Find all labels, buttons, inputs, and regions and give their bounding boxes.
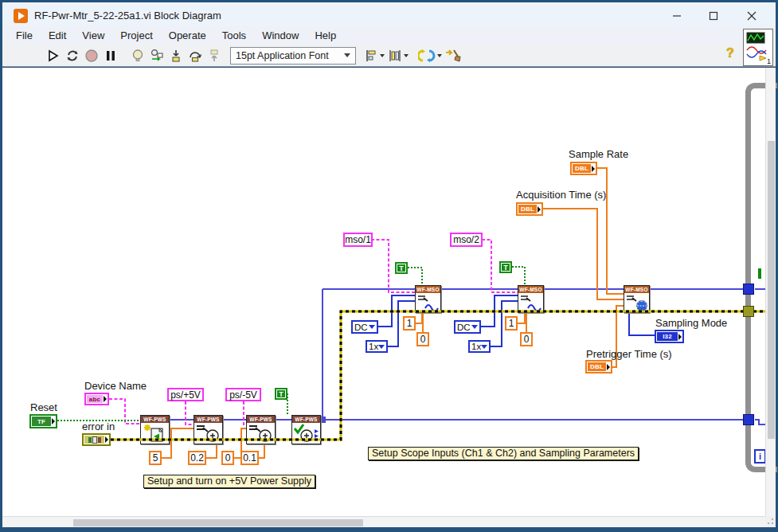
menu-edit[interactable]: Edit (41, 27, 74, 44)
vi-icon[interactable]: 1 (743, 29, 773, 66)
node-header: WF-PWS (247, 416, 275, 423)
node-mso-configure-timing[interactable]: WF-MSO (624, 285, 650, 313)
node-mso-configure-ch1[interactable]: WF-MSO (415, 285, 441, 313)
string-constant-mso1[interactable]: mso/1 (343, 233, 373, 247)
vi-number: 1 (767, 57, 771, 65)
dbl-badge: DBL (573, 164, 591, 173)
pretrigger-time-control[interactable]: DBL (585, 360, 612, 374)
sampling-mode-terminal[interactable]: I32 (655, 330, 684, 343)
node-header: WF-PWS (292, 416, 320, 423)
string-constant-ps-minus5v[interactable]: ps/-5V (225, 388, 261, 401)
loop-tunnel-session[interactable] (743, 284, 754, 295)
reorder-button[interactable] (416, 46, 444, 65)
node-pws-initialize[interactable]: WF-PWS (140, 415, 170, 444)
string-constant-ps-plus5v[interactable]: ps/+5V (167, 388, 204, 401)
chevron-down-icon (344, 53, 350, 57)
true-constant[interactable]: T (395, 262, 408, 274)
node-header: WF-MSO (624, 286, 649, 293)
retain-wire-values-button[interactable] (147, 46, 166, 65)
enum-constant-coupling[interactable]: DC (351, 320, 378, 334)
label-error-in: error in (82, 421, 115, 432)
close-button[interactable] (733, 5, 771, 26)
title-bar: RF-Pwr-Mtr_5-22-25a1.vi Block Diagram (2, 2, 776, 25)
node-pws-enable-output[interactable]: WF-PWS (291, 415, 321, 444)
initialize-icon (141, 423, 169, 444)
vertical-scrollbar[interactable] (765, 68, 776, 516)
node-header: WF-PWS (141, 416, 169, 423)
clean-up-diagram-button[interactable] (444, 46, 463, 65)
resize-grip[interactable] (765, 516, 776, 527)
loop-iteration-terminal[interactable]: i (754, 449, 766, 464)
step-over-button[interactable] (186, 46, 205, 65)
run-button[interactable] (44, 46, 63, 65)
reorder-icon (418, 48, 436, 64)
numeric-constant-0[interactable]: 0 (416, 332, 429, 346)
numeric-constant-0.1[interactable]: 0.1 (240, 451, 259, 465)
menu-tools[interactable]: Tools (214, 27, 254, 44)
comment-scope: Setup Scope Inputs (Ch1 & Ch2) and Sampl… (368, 447, 639, 460)
horizontal-scrollbar-thumb[interactable] (73, 519, 363, 526)
minimize-button[interactable] (659, 5, 694, 26)
configure-channel-icon (518, 293, 543, 312)
resize-grip-icon (765, 516, 776, 527)
abc-badge: abc (87, 395, 103, 403)
node-pws-configure-plus5v[interactable]: WF-PWS (194, 415, 223, 444)
align-objects-button[interactable] (362, 46, 386, 65)
menu-operate[interactable]: Operate (161, 27, 214, 44)
true-constant[interactable]: T (499, 261, 512, 273)
pause-button[interactable] (101, 46, 120, 65)
enum-value: 1x (471, 342, 481, 351)
text-settings-dropdown[interactable]: 15pt Application Font (230, 47, 356, 65)
sample-rate-control[interactable]: DBL (570, 162, 597, 175)
loop-tunnel-error[interactable] (743, 306, 754, 317)
maximize-button[interactable] (696, 5, 731, 26)
menu-file[interactable]: File (8, 27, 41, 44)
string-constant-mso2[interactable]: mso/2 (450, 233, 483, 247)
context-help-button[interactable]: ? (726, 46, 734, 61)
abort-button[interactable] (82, 46, 101, 65)
enable-output-icon (292, 423, 320, 444)
terminal-arrow-icon (52, 418, 55, 424)
horizontal-scrollbar[interactable] (2, 516, 765, 527)
pause-icon (103, 48, 119, 64)
retain-wire-values-icon (149, 48, 165, 64)
node-mso-configure-ch2[interactable]: WF-MSO (518, 285, 544, 313)
menu-view[interactable]: View (74, 27, 112, 44)
numeric-constant-5[interactable]: 5 (149, 451, 162, 465)
numeric-constant-1[interactable]: 1 (505, 316, 518, 331)
error-in-control[interactable] (82, 433, 111, 446)
align-objects-icon (364, 49, 378, 63)
highlight-execution-button[interactable] (128, 46, 147, 65)
reset-control[interactable]: TF (29, 414, 57, 428)
clipped-boolean-wire (758, 268, 761, 279)
run-continuously-button[interactable] (63, 46, 82, 65)
label-pretrigger-time: Pretrigger Time (s) (586, 348, 672, 360)
step-out-button[interactable] (205, 46, 224, 65)
labview-window: RF-Pwr-Mtr_5-22-25a1.vi Block Diagram Fi… (0, 0, 778, 532)
step-into-button[interactable] (166, 46, 186, 65)
vertical-scrollbar-thumb[interactable] (768, 141, 775, 439)
menu-project[interactable]: Project (112, 27, 160, 44)
configure-voltage-icon (247, 423, 275, 444)
true-constant[interactable]: T (275, 388, 287, 400)
loop-tunnel-session[interactable] (743, 414, 754, 425)
acquisition-time-control[interactable]: DBL (516, 202, 543, 216)
device-name-control[interactable]: abc (84, 393, 109, 405)
menu-window[interactable]: Window (254, 27, 307, 44)
menu-help[interactable]: Help (307, 27, 344, 44)
highlight-execution-icon (130, 48, 146, 64)
terminal-arrow-icon (678, 334, 682, 340)
enum-constant-attenuation[interactable]: 1x (366, 340, 388, 353)
node-pws-configure-minus5v[interactable]: WF-PWS (246, 415, 276, 444)
true-glyph: T (277, 390, 285, 397)
enum-constant-coupling[interactable]: DC (454, 320, 481, 334)
numeric-constant-0[interactable]: 0 (221, 451, 234, 465)
enum-value: DC (457, 323, 471, 332)
enum-constant-attenuation[interactable]: 1x (468, 340, 491, 353)
terminal-arrow-icon (105, 436, 108, 443)
numeric-constant-0[interactable]: 0 (520, 332, 533, 346)
distribute-objects-button[interactable] (386, 46, 410, 65)
numeric-constant-0.2[interactable]: 0.2 (188, 451, 206, 465)
run-continuously-icon (65, 48, 80, 64)
numeric-constant-1[interactable]: 1 (403, 316, 416, 331)
